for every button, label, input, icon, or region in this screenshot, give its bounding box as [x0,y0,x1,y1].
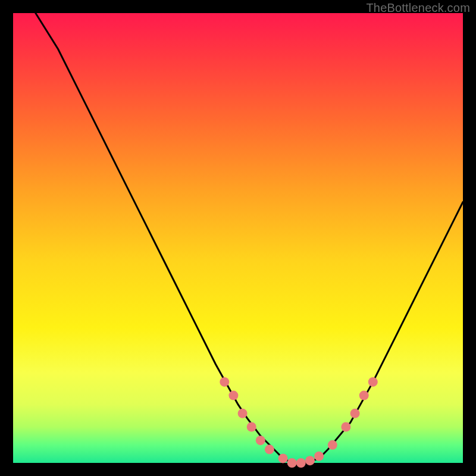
highlight-dot [256,436,265,445]
highlight-dot [368,377,378,387]
highlight-dot [287,458,297,468]
highlight-dot [278,453,288,463]
highlight-dot [305,456,315,465]
highlight-dot [220,377,229,387]
highlight-dot [350,409,360,418]
highlight-dot [296,458,306,468]
attribution-text: TheBottleneck.com [366,1,470,15]
highlight-dot [228,391,238,400]
chart-svg [13,13,463,463]
bottleneck-curve [36,13,463,463]
chart-frame: TheBottleneck.com [0,0,476,476]
plot-area [13,13,463,463]
highlight-dot [314,452,324,461]
highlight-dot [359,391,369,400]
highlight-dot [265,444,274,454]
highlight-dots [220,377,378,468]
highlight-dot [238,409,248,418]
highlight-dot [341,422,350,432]
highlight-dot [247,422,256,432]
highlight-dot [328,440,337,450]
